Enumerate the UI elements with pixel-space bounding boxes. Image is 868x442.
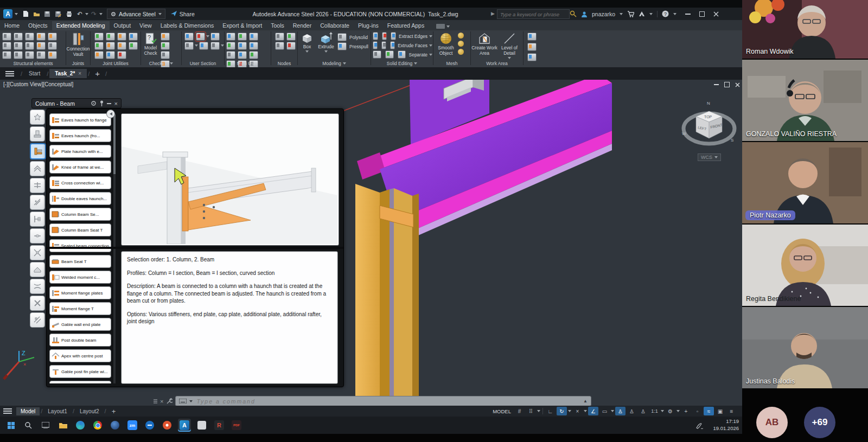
smooth-object-button[interactable]: Smooth Object: [434, 30, 458, 56]
username[interactable]: pnazarko: [592, 11, 615, 17]
ribbon-icon[interactable]: [286, 42, 296, 50]
tab-labels-dimensions[interactable]: Labels & Dimensions: [156, 21, 219, 30]
tab-render[interactable]: Render: [289, 21, 316, 30]
help-icon[interactable]: ?: [662, 10, 669, 17]
help-chevron-icon[interactable]: [673, 13, 676, 15]
list-item[interactable]: Beam Seat T: [49, 255, 111, 268]
group-label[interactable]: Work Area: [471, 60, 522, 67]
palette-minimize-icon[interactable]: [107, 103, 111, 104]
recorder-icon[interactable]: [161, 419, 174, 432]
category-stiffener[interactable]: [30, 212, 45, 227]
autodesk-icon[interactable]: [639, 11, 645, 17]
group-label[interactable]: Structural elements: [1, 60, 65, 67]
minimize-icon[interactable]: [685, 14, 691, 15]
ortho-toggle[interactable]: ∟: [545, 407, 556, 415]
app-menu-chevron-icon[interactable]: [15, 13, 18, 15]
ribbon-icon[interactable]: [161, 42, 170, 50]
vp-restore-icon[interactable]: [724, 82, 730, 87]
viewcube[interactable]: TOP LEFT FRONT N W S: [681, 95, 738, 157]
save-icon[interactable]: [42, 10, 52, 18]
ribbon-icon[interactable]: [238, 33, 247, 41]
category-bracing[interactable]: [30, 245, 45, 260]
layout-tab-model[interactable]: Model: [16, 407, 40, 415]
ribbon-icon[interactable]: [94, 33, 104, 41]
ribbon-icon[interactable]: [25, 33, 34, 41]
list-item[interactable]: Double eaves haunch...: [49, 192, 111, 205]
ribbon-icon[interactable]: [94, 42, 104, 50]
autodesk-chevron-icon[interactable]: [649, 13, 653, 15]
tab-tools[interactable]: Tools: [266, 21, 289, 30]
ribbon-icon[interactable]: [117, 42, 126, 50]
command-close-icon[interactable]: ×: [160, 398, 163, 405]
scale-chevron-icon[interactable]: [661, 410, 664, 412]
extrude-faces-button[interactable]: Extrude Faces: [398, 43, 427, 48]
list-item[interactable]: Seated beam connection: [49, 239, 111, 252]
close-icon[interactable]: [713, 11, 719, 17]
annotation-autoscale-toggle[interactable]: ♙: [627, 407, 637, 415]
create-work-area-button[interactable]: Create Work Area: [471, 30, 497, 59]
ribbon-icon[interactable]: [184, 42, 194, 50]
category-plates[interactable]: [30, 195, 45, 210]
search-input[interactable]: [497, 11, 569, 17]
command-grip[interactable]: [154, 399, 157, 403]
group-label[interactable]: Nodes: [272, 60, 297, 67]
column-side[interactable]: [380, 189, 390, 406]
category-folded-plate[interactable]: [30, 262, 45, 277]
list-item[interactable]: Gable wall end plate: [49, 318, 111, 331]
participant-tile[interactable]: GONZALO VALIÑO RIESTRA: [742, 60, 868, 141]
ribbon-icon[interactable]: [286, 33, 296, 41]
ribbon-icon[interactable]: [25, 51, 34, 59]
list-item[interactable]: Apex with centre post: [49, 349, 111, 362]
list-item[interactable]: Cross connection wi...: [49, 176, 111, 189]
group-label[interactable]: Solid Editing: [372, 60, 432, 67]
group-label[interactable]: Checking: [142, 60, 181, 67]
ribbon-icon[interactable]: [373, 50, 381, 59]
advance-steel-taskbar-icon[interactable]: A: [178, 419, 191, 432]
ribbon-icon[interactable]: [2, 33, 11, 41]
redo-icon[interactable]: ↷: [89, 10, 99, 18]
vp-minimize-icon[interactable]: [714, 84, 719, 85]
list-item[interactable]: Moment flange T: [49, 302, 111, 315]
user-icon[interactable]: [581, 11, 588, 17]
chrome-icon[interactable]: [91, 419, 104, 432]
command-chevron-icon[interactable]: [189, 400, 193, 402]
collapse-badge[interactable]: [106, 110, 115, 118]
ribbon-icon[interactable]: [161, 33, 170, 41]
command-history-icon[interactable]: ▲: [583, 399, 588, 403]
workspace-selector[interactable]: Advance Steel: [107, 9, 165, 19]
tab-objects[interactable]: Objects: [24, 21, 52, 30]
ribbon-icon[interactable]: [106, 51, 115, 59]
list-item[interactable]: Eaves haunch (fro...: [49, 129, 111, 142]
category-cross[interactable]: [30, 296, 45, 311]
compass-s[interactable]: S: [731, 138, 733, 143]
ribbon-icon[interactable]: [196, 33, 205, 41]
layout-tab-layout1[interactable]: Layout1: [43, 407, 72, 415]
category-apex[interactable]: [30, 161, 45, 176]
save-as-icon[interactable]: [53, 10, 63, 18]
graphics-toggle[interactable]: ≈: [704, 407, 714, 415]
ribbon-icon[interactable]: [373, 41, 378, 49]
category-misc[interactable]: [30, 312, 45, 328]
mesh-icon[interactable]: [458, 41, 464, 47]
category-splice[interactable]: [30, 178, 45, 193]
ribbon-icon[interactable]: [527, 43, 537, 51]
search-expand-icon[interactable]: ▶: [491, 11, 495, 16]
file-explorer-icon[interactable]: [56, 419, 69, 432]
list-item[interactable]: Column Beam Se...: [49, 208, 111, 221]
zoom-app-icon[interactable]: zm: [126, 419, 139, 432]
mesh-icon[interactable]: [458, 33, 464, 39]
ribbon-icon[interactable]: [238, 51, 247, 59]
ribbon-icon[interactable]: [275, 33, 284, 41]
palette-close-icon[interactable]: ×: [114, 100, 118, 107]
wcs-selector[interactable]: WCS: [698, 153, 721, 161]
tab-featured-apps[interactable]: Featured Apps: [383, 21, 429, 30]
mesh-icon[interactable]: [458, 49, 464, 55]
command-input-wrap[interactable]: ▲: [175, 396, 591, 406]
ribbon-icon[interactable]: [117, 33, 126, 41]
more-participants-badge[interactable]: +69: [804, 407, 835, 438]
plot-icon[interactable]: [64, 10, 74, 18]
palette-gear-icon[interactable]: [91, 100, 97, 106]
group-label[interactable]: Joints: [67, 60, 90, 67]
category-base-plates[interactable]: [30, 126, 45, 142]
ribbon-icon[interactable]: [373, 32, 378, 40]
